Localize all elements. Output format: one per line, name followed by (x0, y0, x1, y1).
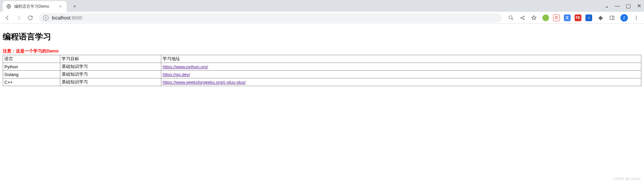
toolbar-icons: O文FE♫ Z (506, 14, 641, 22)
notice-text: 注意：这是一个学习的Demo (3, 48, 641, 54)
table-header-cell: 学习目标 (60, 55, 161, 63)
close-tab-icon[interactable] (58, 4, 63, 9)
ext-translate-icon[interactable]: 文 (564, 14, 571, 21)
table-header-cell: 语言 (3, 55, 60, 63)
extensions-area: O文FE♫ (542, 14, 592, 21)
tab-title: 编程语言学习Demo (14, 4, 49, 9)
address-bar[interactable]: i localhost:8000 (39, 13, 502, 23)
globe-icon (6, 4, 11, 9)
svg-point-3 (523, 16, 524, 17)
side-panel-icon[interactable] (609, 15, 615, 21)
svg-point-7 (636, 17, 637, 18)
page-heading: 编程语言学习 (3, 31, 641, 42)
table-row: Python基础知识学习https://www.python.org/ (3, 63, 641, 71)
tab-strip: 编程语言学习Demo + (0, 0, 602, 12)
close-window-button[interactable]: ✕ (637, 3, 641, 9)
search-icon[interactable] (508, 15, 514, 21)
watermark: CSDN @Li-boss (613, 177, 641, 181)
table-row: C++基础知识学习https://www.geeksforgeeks.org/c… (3, 78, 641, 86)
extensions-puzzle-icon[interactable] (598, 15, 604, 21)
url-cell: https://www.python.org/ (161, 63, 641, 71)
url-host: localhost (52, 15, 70, 21)
ext-red-o-icon[interactable]: O (553, 14, 560, 21)
table-header-cell: 学习地址 (161, 55, 641, 63)
svg-point-4 (523, 19, 524, 20)
learn-link[interactable]: https://www.python.org/ (163, 64, 208, 69)
url-cell: https://go.dev/ (161, 71, 641, 78)
new-tab-button[interactable]: + (70, 2, 79, 11)
languages-table: 语言学习目标学习地址Python基础知识学习https://www.python… (3, 55, 641, 86)
bookmark-star-icon[interactable] (531, 15, 537, 21)
site-info-icon[interactable]: i (43, 15, 48, 21)
browser-tab-strip: 编程语言学习Demo + ⌄ — ▢ ✕ (0, 0, 644, 12)
kebab-menu-icon[interactable] (633, 15, 639, 21)
svg-point-2 (521, 17, 522, 18)
reload-button[interactable] (26, 13, 35, 23)
chevron-down-icon[interactable]: ⌄ (604, 3, 609, 9)
ext-green-icon[interactable] (542, 14, 549, 21)
url-port: :8000 (70, 15, 82, 21)
url-text: localhost:8000 (52, 15, 82, 21)
table-row: Golang基础知识学习https://go.dev/ (3, 71, 641, 78)
svg-point-6 (636, 16, 637, 17)
ext-blue-icon[interactable]: ♫ (585, 14, 592, 21)
browser-toolbar: i localhost:8000 O文FE♫ Z (0, 12, 644, 24)
forward-button[interactable] (14, 13, 24, 23)
goal-cell: 基础知识学习 (60, 63, 161, 71)
profile-avatar[interactable]: Z (620, 14, 628, 22)
goal-cell: 基础知识学习 (60, 78, 161, 86)
minimize-button[interactable]: — (615, 3, 620, 9)
learn-link[interactable]: https://go.dev/ (163, 72, 190, 77)
lang-cell: C++ (3, 78, 60, 86)
lang-cell: Python (3, 63, 60, 71)
window-controls: ⌄ — ▢ ✕ (602, 0, 644, 12)
goal-cell: 基础知识学习 (60, 71, 161, 78)
svg-rect-5 (610, 16, 614, 20)
page-content: 编程语言学习 注意：这是一个学习的Demo 语言学习目标学习地址Python基础… (0, 24, 644, 89)
lang-cell: Golang (3, 71, 60, 78)
learn-link[interactable]: https://www.geeksforgeeks.org/c-plus-plu… (163, 80, 246, 85)
ext-fe-icon[interactable]: FE (575, 14, 581, 21)
back-button[interactable] (3, 13, 12, 23)
share-icon[interactable] (519, 15, 526, 21)
url-cell: https://www.geeksforgeeks.org/c-plus-plu… (161, 78, 641, 86)
browser-tab[interactable]: 编程语言学习Demo (3, 1, 67, 12)
svg-point-8 (636, 19, 637, 20)
maximize-button[interactable]: ▢ (626, 3, 631, 9)
svg-point-1 (509, 16, 512, 19)
